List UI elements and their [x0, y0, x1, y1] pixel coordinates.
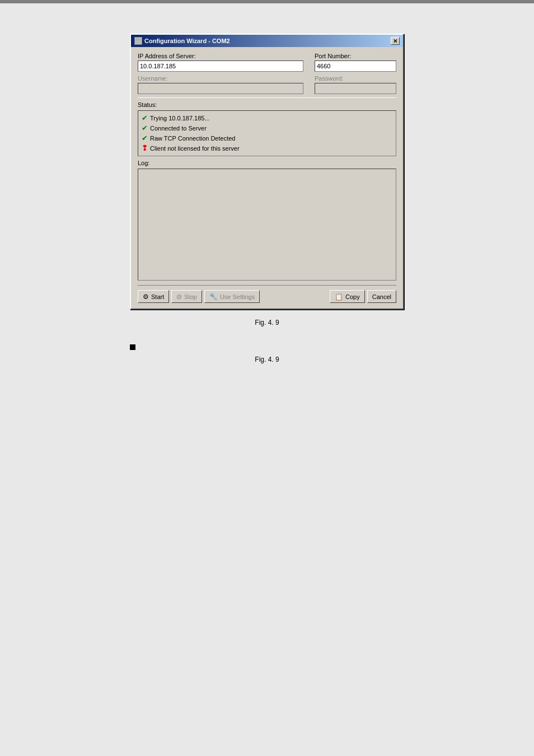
dialog-content: IP Address of Server: Port Number: Usern…: [131, 47, 403, 309]
password-group: Password:: [315, 75, 396, 94]
cancel-label: Cancel: [372, 293, 391, 300]
status-text-3: Raw TCP Connection Detected: [150, 133, 235, 143]
status-item-3: ✔ Raw TCP Connection Detected: [142, 133, 392, 143]
status-item-2: ✔ Connected to Server: [142, 123, 392, 133]
username-group: Username:: [138, 75, 303, 94]
bullet-section: [130, 343, 404, 350]
status-text-4: Client not licensed for this server: [150, 143, 240, 153]
button-bar: ⚙ Start ⊘ Stop 🔧 Use Settings 📋 Copy: [138, 285, 396, 303]
password-label: Password:: [315, 75, 396, 82]
check-icon-2: ✔: [142, 123, 148, 133]
status-item-4: ❢ Client not licensed for this server: [142, 143, 392, 153]
status-section: Status: ✔ Trying 10.0.187.185... ✔ Conne…: [138, 101, 396, 156]
ip-label: IP Address of Server:: [138, 53, 303, 59]
warning-icon-1: ❢: [142, 143, 148, 153]
use-settings-label: Use Settings: [220, 293, 255, 300]
status-item-1: ✔ Trying 10.0.187.185...: [142, 113, 392, 123]
log-section: Log:: [138, 160, 396, 281]
stop-label: Stop: [184, 293, 197, 300]
password-input[interactable]: [315, 83, 396, 94]
check-icon-1: ✔: [142, 113, 148, 123]
status-label: Status:: [138, 101, 396, 108]
status-text-1: Trying 10.0.187.185...: [150, 113, 210, 123]
stop-button[interactable]: ⊘ Stop: [171, 290, 202, 303]
use-settings-button[interactable]: 🔧 Use Settings: [204, 290, 260, 303]
ip-port-row: IP Address of Server: Port Number:: [138, 53, 396, 72]
username-label: Username:: [138, 75, 303, 82]
ip-group: IP Address of Server:: [138, 53, 303, 72]
check-icon-3: ✔: [142, 133, 148, 143]
log-label: Log:: [138, 160, 396, 166]
title-bar-left: Configuration Wizard - COM2: [134, 37, 230, 45]
figure-caption-1: Fig. 4. 9: [255, 319, 279, 326]
figure-caption-2: Fig. 4. 9: [130, 356, 404, 363]
port-label: Port Number:: [315, 53, 396, 59]
stop-icon: ⊘: [176, 293, 182, 301]
close-button[interactable]: ✕: [391, 37, 400, 45]
log-box[interactable]: [138, 169, 396, 281]
start-button[interactable]: ⚙ Start: [138, 290, 169, 303]
ip-input[interactable]: [138, 60, 303, 72]
copy-button[interactable]: 📋 Copy: [330, 290, 365, 303]
configuration-wizard-dialog: Configuration Wizard - COM2 ✕ IP Address…: [130, 34, 404, 310]
port-input[interactable]: [315, 60, 396, 72]
bullet-icon: [130, 344, 135, 350]
divider-1: [138, 97, 396, 98]
dialog-title: Configuration Wizard - COM2: [144, 38, 230, 44]
top-bar: [0, 0, 534, 3]
copy-icon: 📋: [335, 293, 343, 301]
status-text-2: Connected to Server: [150, 123, 207, 133]
cancel-button[interactable]: Cancel: [367, 290, 396, 303]
copy-label: Copy: [345, 293, 360, 300]
dialog-icon: [134, 37, 142, 45]
settings-icon: 🔧: [209, 293, 218, 301]
user-pass-row: Username: Password:: [138, 75, 396, 94]
svg-rect-1: [137, 39, 139, 40]
status-box: ✔ Trying 10.0.187.185... ✔ Connected to …: [138, 110, 396, 156]
port-group: Port Number:: [315, 53, 396, 72]
username-input[interactable]: [138, 83, 303, 94]
start-icon: ⚙: [143, 293, 149, 301]
start-label: Start: [151, 293, 164, 300]
title-bar: Configuration Wizard - COM2 ✕: [131, 35, 403, 47]
